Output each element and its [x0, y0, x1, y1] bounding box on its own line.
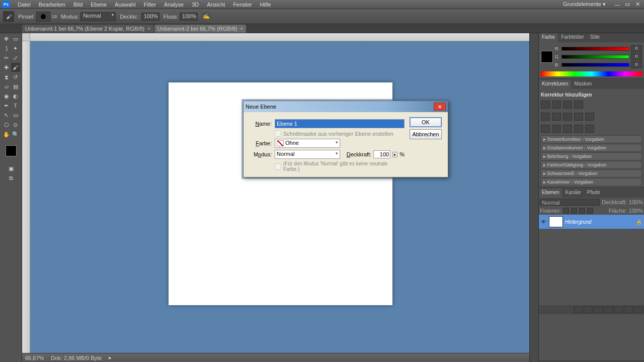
- visibility-icon[interactable]: 👁: [541, 219, 547, 225]
- lasso-tool[interactable]: ⟆: [2, 44, 11, 53]
- adj-photo-icon[interactable]: [574, 113, 583, 121]
- menu-filter[interactable]: Filter: [140, 1, 159, 9]
- r-slider[interactable]: [561, 47, 629, 51]
- preset-item[interactable]: Belichtung - Vorgaben: [541, 152, 642, 160]
- close-icon[interactable]: ✕: [633, 1, 642, 8]
- doc-tab-1[interactable]: Unbenannt-1 bei 66,7% (Ebene 2 Kopie, RG…: [22, 25, 153, 33]
- layer-name[interactable]: Hintergrund: [565, 219, 634, 225]
- cancel-button[interactable]: Abbrechen: [410, 129, 442, 139]
- b-value[interactable]: 0: [631, 61, 642, 68]
- adj-bw-icon[interactable]: [563, 113, 572, 121]
- eyedropper-tool[interactable]: ⤢: [11, 53, 20, 62]
- menu-bild[interactable]: Bild: [70, 1, 86, 9]
- quickmask-icon[interactable]: ▣: [7, 164, 16, 173]
- tab-farbfelder[interactable]: Farbfelder: [558, 33, 587, 42]
- layer-name-input[interactable]: Ebene 1: [275, 119, 405, 128]
- g-value[interactable]: 0: [631, 53, 642, 60]
- gradient-tool[interactable]: ▤: [11, 82, 20, 91]
- lock-all-icon[interactable]: [587, 208, 593, 214]
- move-tool[interactable]: ✥: [2, 34, 11, 43]
- 3d-camera-tool[interactable]: ⊙: [11, 120, 20, 129]
- g-slider[interactable]: [561, 55, 629, 59]
- adj-exposure-icon[interactable]: [574, 101, 583, 109]
- close-tab-icon[interactable]: ×: [147, 26, 150, 31]
- preset-item[interactable]: Farbton/Sättigung - Vorgaben: [541, 161, 642, 169]
- type-tool[interactable]: T: [11, 101, 20, 110]
- opacity-input[interactable]: 100%: [141, 13, 159, 21]
- crop-tool[interactable]: ✂: [2, 53, 11, 62]
- brush-tool[interactable]: 🖌: [11, 63, 20, 72]
- adj-hue-icon[interactable]: [552, 113, 561, 121]
- r-value[interactable]: 0: [631, 45, 642, 52]
- lock-pixels-icon[interactable]: [571, 208, 577, 214]
- menu-fenster[interactable]: Fenster: [229, 1, 255, 9]
- menu-bearbeiten[interactable]: Bearbeiten: [35, 1, 69, 9]
- tab-pfade[interactable]: Pfade: [584, 189, 603, 198]
- layer-fx-icon[interactable]: [584, 306, 593, 313]
- menu-ansicht[interactable]: Ansicht: [203, 1, 228, 9]
- adj-vibrance-icon[interactable]: [541, 113, 550, 121]
- zoom-tool[interactable]: 🔍: [11, 130, 20, 139]
- tab-masken[interactable]: Masken: [571, 80, 595, 89]
- blend-mode-dropdown[interactable]: Normal: [80, 12, 116, 21]
- adj-mixer-icon[interactable]: [585, 113, 594, 121]
- layer-mask-icon[interactable]: [594, 306, 603, 313]
- menu-analyse[interactable]: Analyse: [160, 1, 187, 9]
- eraser-tool[interactable]: ▱: [2, 82, 11, 91]
- adj-brightness-icon[interactable]: [541, 101, 550, 109]
- tab-ebenen[interactable]: Ebenen: [539, 189, 562, 198]
- current-tool-icon[interactable]: 🖌: [3, 11, 14, 22]
- link-layers-icon[interactable]: [574, 306, 583, 313]
- ok-button[interactable]: OK: [410, 117, 442, 127]
- new-layer-icon[interactable]: [624, 306, 633, 313]
- ruler-origin[interactable]: [22, 33, 30, 41]
- airbrush-icon[interactable]: ✍: [202, 12, 211, 21]
- tab-farbe[interactable]: Farbe: [539, 33, 558, 42]
- wand-tool[interactable]: ✦: [11, 44, 20, 53]
- shape-tool[interactable]: ▭: [11, 111, 20, 120]
- doc-tab-2[interactable]: Unbenannt-2 bei 66,7% (RGB/8) ×: [154, 25, 246, 33]
- adj-layer-icon[interactable]: [604, 306, 613, 313]
- tab-kanaele[interactable]: Kanäle: [562, 189, 584, 198]
- horizontal-ruler[interactable]: [30, 33, 529, 41]
- 3d-tool[interactable]: ⬡: [2, 120, 11, 129]
- adj-levels-icon[interactable]: [552, 101, 561, 109]
- menu-3d[interactable]: 3D: [188, 1, 202, 9]
- close-tab-icon[interactable]: ×: [240, 26, 243, 31]
- pen-tool[interactable]: ✒: [2, 101, 11, 110]
- adj-poster-icon[interactable]: [552, 125, 561, 133]
- lock-pos-icon[interactable]: [579, 208, 585, 214]
- preset-item[interactable]: Tonwertkorrektur - Vorgaben: [541, 135, 642, 143]
- adj-selcolor-icon[interactable]: [585, 125, 594, 133]
- menu-auswahl[interactable]: Auswahl: [111, 1, 139, 9]
- fill-value[interactable]: 100%: [629, 208, 643, 214]
- spinner-icon[interactable]: ▸: [392, 152, 397, 157]
- menu-datei[interactable]: Datei: [14, 1, 34, 9]
- layer-blend-dropdown[interactable]: Normal: [540, 199, 600, 206]
- preset-item[interactable]: Gradationskurven - Vorgaben: [541, 144, 642, 152]
- lock-trans-icon[interactable]: [563, 208, 569, 214]
- group-icon[interactable]: [614, 306, 623, 313]
- vertical-ruler[interactable]: [22, 41, 30, 353]
- layer-thumbnail[interactable]: [549, 216, 563, 227]
- flow-input[interactable]: 100%: [180, 13, 198, 21]
- collapsed-dock[interactable]: [529, 33, 538, 362]
- adj-thresh-icon[interactable]: [563, 125, 572, 133]
- document-viewport[interactable]: ⤡: [30, 41, 529, 353]
- history-brush-tool[interactable]: ↺: [11, 72, 20, 81]
- adj-invert-icon[interactable]: [541, 125, 550, 133]
- mode-dropdown[interactable]: Normal: [275, 150, 340, 159]
- adj-gradmap-icon[interactable]: [574, 125, 583, 133]
- dodge-tool[interactable]: ◐: [11, 92, 20, 101]
- workspace-switcher[interactable]: Grundelemente ▾: [559, 0, 610, 9]
- color-dropdown[interactable]: Ohne: [275, 139, 340, 148]
- minimize-icon[interactable]: —: [613, 2, 622, 8]
- screenmode-icon[interactable]: ⧉: [7, 173, 16, 183]
- status-arrow-icon[interactable]: ▸: [109, 354, 112, 361]
- maximize-icon[interactable]: ▭: [623, 1, 632, 8]
- menu-ebene[interactable]: Ebene: [87, 1, 110, 9]
- preset-item[interactable]: Schwarzweiß - Vorgaben: [541, 169, 642, 177]
- marquee-tool[interactable]: ▭: [11, 34, 20, 43]
- preset-item[interactable]: Kanalmixer - Vorgaben: [541, 178, 642, 185]
- layer-row[interactable]: 👁 Hintergrund 🔒: [539, 215, 644, 229]
